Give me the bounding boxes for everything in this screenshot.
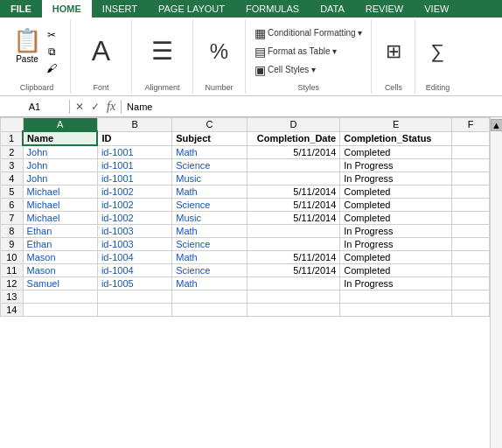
row-number[interactable]: 2 <box>1 145 24 159</box>
cell[interactable]: Completed <box>340 251 452 264</box>
cell[interactable] <box>452 225 490 238</box>
cell[interactable]: id-1001 <box>97 159 171 172</box>
cell[interactable] <box>247 238 340 251</box>
cell[interactable]: Math <box>172 277 247 290</box>
insert-function-icon[interactable]: fx <box>105 100 117 114</box>
cell[interactable] <box>340 290 452 304</box>
cell[interactable]: id-1003 <box>97 225 171 238</box>
col-header-d[interactable]: D <box>247 118 340 132</box>
cell[interactable] <box>452 199 490 212</box>
cell[interactable]: Michael <box>23 199 97 212</box>
row-number[interactable]: 7 <box>1 212 24 225</box>
scroll-up-button[interactable]: ▲ <box>491 119 502 131</box>
cell[interactable]: ID <box>97 131 171 145</box>
row-number[interactable]: 9 <box>1 238 24 251</box>
row-number[interactable]: 10 <box>1 251 24 264</box>
cell[interactable]: Completed <box>340 186 452 199</box>
cell[interactable]: Completion_Status <box>340 131 452 145</box>
row-number[interactable]: 1 <box>1 131 24 145</box>
cell[interactable]: Mason <box>23 251 97 264</box>
tab-data[interactable]: DATA <box>310 0 355 18</box>
cell[interactable] <box>247 172 340 186</box>
cell[interactable] <box>452 251 490 264</box>
cell[interactable] <box>97 290 171 304</box>
cell[interactable]: In Progress <box>340 238 452 251</box>
cell[interactable] <box>452 290 490 304</box>
cell[interactable] <box>340 304 452 317</box>
cell[interactable]: Math <box>172 145 247 159</box>
cell[interactable]: Michael <box>23 186 97 199</box>
col-header-a[interactable]: A <box>23 118 97 132</box>
cell[interactable] <box>172 304 247 317</box>
cell[interactable] <box>23 290 97 304</box>
tab-view[interactable]: VIEW <box>414 0 459 18</box>
cell[interactable]: id-1002 <box>97 212 171 225</box>
cell[interactable]: id-1004 <box>97 251 171 264</box>
cell[interactable] <box>247 304 340 317</box>
col-header-e[interactable]: E <box>340 118 452 132</box>
cell[interactable]: Music <box>172 212 247 225</box>
row-number[interactable]: 8 <box>1 225 24 238</box>
cell[interactable]: Subject <box>172 131 247 145</box>
cell[interactable]: Science <box>172 199 247 212</box>
name-box[interactable]: A1 <box>0 100 70 114</box>
cell[interactable]: 5/11/2014 <box>247 251 340 264</box>
copy-button[interactable]: ⧉ <box>43 44 60 60</box>
row-number[interactable]: 11 <box>1 264 24 277</box>
cut-button[interactable]: ✂ <box>43 27 60 43</box>
row-number[interactable]: 12 <box>1 277 24 290</box>
cell[interactable]: Math <box>172 186 247 199</box>
row-number[interactable]: 6 <box>1 199 24 212</box>
cell[interactable] <box>452 238 490 251</box>
cell[interactable]: In Progress <box>340 225 452 238</box>
cell[interactable]: John <box>23 159 97 172</box>
cell[interactable]: Ethan <box>23 225 97 238</box>
cell[interactable]: Mason <box>23 264 97 277</box>
cell[interactable] <box>97 304 171 317</box>
cell[interactable]: Math <box>172 225 247 238</box>
confirm-formula-icon[interactable]: ✓ <box>89 101 101 113</box>
row-number[interactable]: 3 <box>1 159 24 172</box>
cell[interactable]: Science <box>172 264 247 277</box>
format-as-table-button[interactable]: ▤ Format as Table ▾ <box>251 43 366 60</box>
cell[interactable] <box>452 145 490 159</box>
cell[interactable]: Samuel <box>23 277 97 290</box>
conditional-formatting-button[interactable]: ▦ Conditional Formatting ▾ <box>251 24 366 42</box>
cell[interactable] <box>247 290 340 304</box>
cell[interactable] <box>23 304 97 317</box>
cell[interactable] <box>452 159 490 172</box>
cell[interactable] <box>452 277 490 290</box>
cell[interactable] <box>247 159 340 172</box>
cell[interactable] <box>452 304 490 317</box>
cell[interactable] <box>172 290 247 304</box>
cell[interactable]: Ethan <box>23 238 97 251</box>
cancel-formula-icon[interactable]: ✕ <box>73 101 86 113</box>
tab-file[interactable]: FILE <box>0 0 42 18</box>
formula-input[interactable] <box>122 100 502 114</box>
cell[interactable] <box>247 277 340 290</box>
cell[interactable]: 5/11/2014 <box>247 212 340 225</box>
cell[interactable]: John <box>23 145 97 159</box>
cell[interactable]: 5/11/2014 <box>247 186 340 199</box>
cell[interactable]: John <box>23 172 97 186</box>
vertical-scrollbar[interactable]: ▲ ▼ <box>490 117 502 448</box>
cell[interactable]: 5/11/2014 <box>247 199 340 212</box>
cell[interactable]: Science <box>172 238 247 251</box>
cell[interactable] <box>452 172 490 186</box>
cell[interactable]: Completed <box>340 199 452 212</box>
cell[interactable]: 5/11/2014 <box>247 145 340 159</box>
cell[interactable]: 5/11/2014 <box>247 264 340 277</box>
cell[interactable]: Music <box>172 172 247 186</box>
row-number[interactable]: 13 <box>1 290 24 304</box>
cell[interactable]: Science <box>172 159 247 172</box>
row-number[interactable]: 5 <box>1 186 24 199</box>
cell[interactable]: Name <box>23 131 97 145</box>
cell[interactable]: In Progress <box>340 172 452 186</box>
cell[interactable]: id-1004 <box>97 264 171 277</box>
row-number[interactable]: 14 <box>1 304 24 317</box>
col-header-c[interactable]: C <box>172 118 247 132</box>
cell[interactable]: id-1001 <box>97 172 171 186</box>
cell[interactable]: Completed <box>340 264 452 277</box>
col-header-b[interactable]: B <box>97 118 171 132</box>
tab-formulas[interactable]: FORMULAS <box>235 0 310 18</box>
